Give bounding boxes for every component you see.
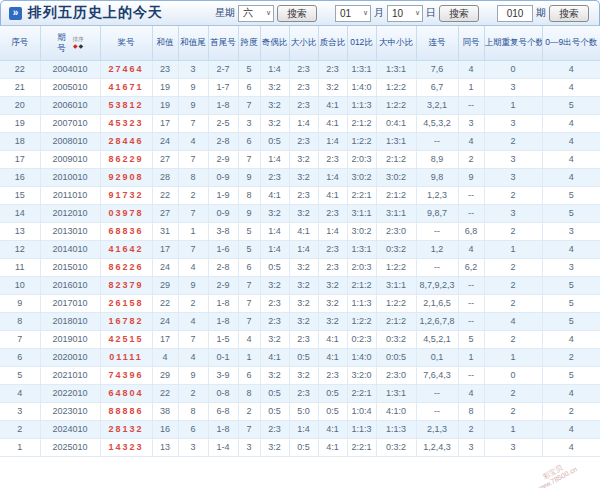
cell-prize: 68836 [100, 222, 152, 240]
sort-asc-icon[interactable]: ◆ [73, 43, 78, 49]
date-search-button[interactable]: 搜索 [439, 5, 479, 22]
cell-repeat-count: 3 [484, 114, 542, 132]
cell-first-last: 1-4 [208, 438, 238, 456]
cell-repeat-count: 3 [484, 438, 542, 456]
week-search-button[interactable]: 搜索 [277, 5, 317, 22]
column-header-prime-composite: 质合比 [318, 26, 347, 60]
cell-prime-composite: 2:3 [318, 240, 347, 258]
cell-sum: 23 [152, 60, 178, 78]
cell-sum-tail: 6 [178, 420, 208, 438]
cell-same-number: -- [458, 186, 484, 204]
cell-sum: 38 [152, 402, 178, 420]
cell-same-number: 1 [458, 348, 484, 366]
title-area: » 排列五历史上的今天 [9, 4, 163, 22]
cell-same-number: -- [458, 294, 484, 312]
cell-prime-composite: 3:2 [318, 78, 347, 96]
history-table: 序号期号排序◆◆奖号和值和值尾首尾号跨度奇偶比大小比质合比012比大中小比连号同… [0, 26, 600, 457]
cell-issue: 2020010 [40, 348, 100, 366]
sort-desc-icon[interactable]: ◆ [79, 43, 84, 49]
cell-span: 6 [238, 132, 260, 150]
cell-span: 9 [238, 204, 260, 222]
cell-prime-composite: 4:1 [318, 438, 347, 456]
cell-repeat-count: 1 [484, 240, 542, 258]
column-header-consecutive: 连号 [416, 26, 458, 60]
cell-first-last: 0-8 [208, 384, 238, 402]
cell-digit-count: 5 [542, 366, 600, 384]
cell-big-mid-small: 3:1:1 [376, 276, 416, 294]
cell-serial: 1 [0, 438, 40, 456]
cell-prize: 41642 [100, 240, 152, 258]
cell-same-number: 6,2 [458, 258, 484, 276]
cell-same-number: 1 [458, 78, 484, 96]
cell-serial: 12 [0, 240, 40, 258]
cell-big-mid-small: 1:2:2 [376, 96, 416, 114]
cell-first-last: 1-5 [208, 330, 238, 348]
sort-widget[interactable]: 排序◆◆ [72, 36, 84, 49]
cell-prime-composite: 3:2 [318, 276, 347, 294]
cell-first-last: 1-7 [208, 78, 238, 96]
table-row: 162010010929082880-992:33:21:43:0:23:0:2… [0, 168, 600, 186]
table-row: 182008010284462442-860:52:31:41:2:21:3:1… [0, 132, 600, 150]
cell-mod3-ratio: 2:2:1 [347, 438, 376, 456]
cell-sum: 24 [152, 258, 178, 276]
cell-sum-tail: 7 [178, 150, 208, 168]
cell-digit-count: 5 [542, 96, 600, 114]
cell-span: 9 [238, 168, 260, 186]
issue-input[interactable] [497, 5, 533, 22]
cell-same-number: -- [458, 312, 484, 330]
cell-same-number: 5 [458, 330, 484, 348]
cell-first-last: 1-8 [208, 420, 238, 438]
cell-serial: 15 [0, 186, 40, 204]
cell-same-number: 9 [458, 168, 484, 186]
cell-sum: 24 [152, 312, 178, 330]
table-row: 52021010743962993-963:23:22:33:2:02:3:07… [0, 366, 600, 384]
column-header-issue[interactable]: 期号排序◆◆ [40, 26, 100, 60]
cell-odd-even: 0:5 [260, 384, 289, 402]
cell-repeat-count: 2 [484, 384, 542, 402]
cell-digit-count: 4 [542, 114, 600, 132]
cell-sum-tail: 4 [178, 312, 208, 330]
column-header-big-small: 大小比 [289, 26, 318, 60]
cell-first-last: 1-9 [208, 186, 238, 204]
cell-prime-composite: 4:1 [318, 186, 347, 204]
cell-serial: 14 [0, 204, 40, 222]
cell-sum: 27 [152, 204, 178, 222]
cell-issue: 2023010 [40, 402, 100, 420]
month-label: 月 [374, 6, 384, 20]
cell-first-last: 0-9 [208, 204, 238, 222]
cell-odd-even: 3:2 [260, 114, 289, 132]
cell-repeat-count: 1 [484, 96, 542, 114]
week-label: 星期 [215, 6, 235, 20]
cell-span: 2 [238, 402, 260, 420]
cell-big-mid-small: 0:3:2 [376, 438, 416, 456]
cell-consecutive: 4,5,3,2 [416, 114, 458, 132]
cell-big-small: 1:4 [289, 420, 318, 438]
week-select[interactable]: 六 ∨ [238, 5, 274, 22]
cell-prime-composite: 4:1 [318, 420, 347, 438]
cell-sum: 19 [152, 96, 178, 114]
cell-serial: 18 [0, 132, 40, 150]
cell-odd-even: 0:5 [260, 402, 289, 420]
day-select[interactable]: 10 ∨ [387, 5, 423, 22]
month-select[interactable]: 01 ∨ [335, 5, 371, 22]
cell-prize: 26158 [100, 294, 152, 312]
cell-consecutive: 7,6,4,3 [416, 366, 458, 384]
cell-first-last: 2-9 [208, 150, 238, 168]
cell-issue: 2022010 [40, 384, 100, 402]
cell-digit-count: 5 [542, 276, 600, 294]
cell-prize: 64804 [100, 384, 152, 402]
cell-sum-tail: 2 [178, 384, 208, 402]
issue-search-button[interactable]: 搜索 [549, 5, 589, 22]
cell-repeat-count: 2 [484, 186, 542, 204]
cell-sum-tail: 7 [178, 204, 208, 222]
cell-mod3-ratio: 1:1:3 [347, 96, 376, 114]
cell-digit-count: 2 [542, 402, 600, 420]
cell-mod3-ratio: 3:1:1 [347, 204, 376, 222]
cell-prime-composite: 2:3 [318, 204, 347, 222]
cell-span: 7 [238, 420, 260, 438]
cell-first-last: 1-6 [208, 240, 238, 258]
column-header-repeat-count: 上期重复号个数 [484, 26, 542, 60]
week-search-group: 星期 六 ∨ 搜索 [215, 5, 317, 22]
sort-label: 排序 [73, 37, 84, 42]
cell-odd-even: 1:4 [260, 222, 289, 240]
